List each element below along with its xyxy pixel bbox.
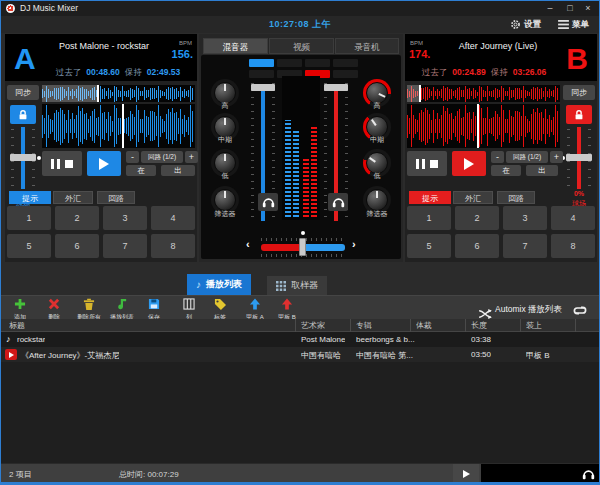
- deck-a-time-display: 过去了 00:48.60 保持 02:49.53: [41, 67, 195, 79]
- fader-handle[interactable]: [251, 84, 275, 91]
- deck-a-tab-fx[interactable]: 外汇: [53, 191, 93, 204]
- minimize-button[interactable]: –: [541, 1, 559, 16]
- automix-button[interactable]: Automix 播放列表: [495, 304, 562, 316]
- close-button[interactable]: ×: [579, 1, 597, 16]
- tab-sampler[interactable]: 取样器: [267, 276, 327, 295]
- col-artist[interactable]: 艺术家: [301, 320, 325, 331]
- deck-a-loop-size[interactable]: 回路 (1/2): [141, 151, 183, 163]
- tab-recorder[interactable]: 录音机: [335, 38, 399, 54]
- tag-icon: [214, 298, 226, 310]
- pad-6[interactable]: 6: [455, 234, 499, 258]
- col-deck[interactable]: 装上: [526, 320, 542, 331]
- deck-b-letter: B: [566, 42, 588, 76]
- menu-button[interactable]: 菜单: [558, 18, 589, 31]
- pad-4[interactable]: 4: [551, 206, 595, 230]
- col-title[interactable]: 标题: [9, 320, 25, 331]
- pad-3[interactable]: 3: [503, 206, 547, 230]
- crossfader-left-arrow[interactable]: ‹: [246, 238, 250, 250]
- deck-b-tab-fx[interactable]: 外汇: [453, 191, 493, 204]
- deck-b-loop-size[interactable]: 回路 (1/2): [506, 151, 548, 163]
- deck-b-play-button[interactable]: [452, 151, 486, 176]
- pad-5[interactable]: 5: [407, 234, 451, 258]
- deck-a-header: A Post Malone - rockstar BPM 156. 过去了 00…: [5, 34, 197, 81]
- pad-3[interactable]: 3: [103, 206, 147, 230]
- deck-a-keylock-button[interactable]: [10, 105, 36, 124]
- deck-b-tab-loop[interactable]: 回路: [497, 191, 535, 204]
- deck-b-pause-stop-button[interactable]: [407, 151, 447, 176]
- pad-4[interactable]: 4: [151, 206, 195, 230]
- deck-a-loop-half-button[interactable]: -: [126, 151, 139, 163]
- preview-play-button[interactable]: [453, 464, 479, 483]
- music-note-icon: [116, 298, 128, 310]
- elapsed-value: 00:48.60: [86, 67, 120, 79]
- deck-a-overview-waveform[interactable]: [42, 85, 195, 102]
- deck-b-loop-half-button[interactable]: -: [491, 151, 504, 163]
- deck-b-headphone-cue-button[interactable]: [328, 193, 348, 211]
- app-logo-icon: [6, 4, 15, 13]
- table-row[interactable]: 《After Journey》-艾福杰尼 中国有嘻哈 中国有嘻哈 第... 03…: [1, 347, 599, 362]
- settings-button[interactable]: 设置: [510, 18, 541, 31]
- deck-a-tab-cue[interactable]: 提示: [9, 191, 51, 204]
- deck-a-main-waveform[interactable]: [42, 104, 195, 148]
- crossfader-handle[interactable]: [299, 238, 306, 256]
- deck-b-loop-out-button[interactable]: 出: [526, 165, 558, 176]
- pad-6[interactable]: 6: [55, 234, 99, 258]
- deck-a-pitch-slider[interactable]: [7, 127, 39, 189]
- deck-b-pitch-slider[interactable]: [563, 127, 595, 189]
- hamburger-icon: [558, 20, 569, 29]
- tab-playlist[interactable]: ♪ 播放列表: [187, 274, 251, 295]
- deck-b-main-waveform[interactable]: [407, 104, 560, 148]
- gear-icon: [510, 19, 521, 30]
- pad-5[interactable]: 5: [7, 234, 51, 258]
- pad-1[interactable]: 1: [407, 206, 451, 230]
- playlist-empty-area[interactable]: [1, 362, 599, 463]
- crossfader-right-arrow[interactable]: ›: [352, 238, 356, 250]
- deck-b-loop-in-button[interactable]: 在: [491, 165, 521, 176]
- pad-7[interactable]: 7: [103, 234, 147, 258]
- deck-a-pause-stop-button[interactable]: [42, 151, 82, 176]
- pitch-slider-handle[interactable]: [566, 154, 592, 161]
- repeat-icon: [573, 304, 587, 317]
- headphones-icon: [332, 196, 345, 208]
- playhead-marker: [122, 104, 124, 148]
- pitch-slider-handle[interactable]: [10, 154, 36, 161]
- col-genre[interactable]: 体裁: [416, 320, 432, 331]
- playhead-marker: [419, 85, 421, 102]
- playlist-header-row[interactable]: 标题 艺术家 专辑 体裁 长度 装上: [1, 319, 599, 332]
- col-album[interactable]: 专辑: [356, 320, 372, 331]
- tab-sampler-label: 取样器: [291, 279, 318, 292]
- tab-mixer[interactable]: 混音器: [203, 38, 268, 54]
- pad-2[interactable]: 2: [55, 206, 99, 230]
- pad-2[interactable]: 2: [455, 206, 499, 230]
- deck-b-tab-cue[interactable]: 提示: [409, 191, 451, 204]
- eq-mid-label: 中期: [203, 135, 247, 145]
- fader-handle[interactable]: [324, 84, 348, 91]
- deck-b-overview-waveform[interactable]: [407, 85, 560, 102]
- pad-8[interactable]: 8: [151, 234, 195, 258]
- tab-playlist-label: 播放列表: [206, 278, 242, 291]
- deck-b-pitch-percent: 0%: [561, 190, 597, 197]
- deck-a-play-button[interactable]: [87, 151, 121, 176]
- pad-7[interactable]: 7: [503, 234, 547, 258]
- row-title: rockstar: [17, 335, 45, 344]
- maximize-button[interactable]: □: [561, 1, 579, 16]
- deck-a-loop-out-button[interactable]: 出: [161, 165, 195, 176]
- pad-1[interactable]: 1: [7, 206, 51, 230]
- deck-a-sync-button[interactable]: 同步: [7, 85, 39, 100]
- deck-a-loop-double-button[interactable]: +: [185, 151, 198, 163]
- eq-low-label: 低: [355, 171, 399, 181]
- deck-a-loop-in-button[interactable]: 在: [126, 165, 156, 176]
- deck-a-track-title: Post Malone - rockstar: [43, 41, 165, 51]
- deck-a-headphone-cue-button[interactable]: [258, 193, 278, 211]
- deck-a: A Post Malone - rockstar BPM 156. 过去了 00…: [5, 34, 197, 262]
- headphones-icon: [262, 196, 275, 208]
- pad-8[interactable]: 8: [551, 234, 595, 258]
- deck-b-keylock-button[interactable]: [566, 105, 592, 124]
- deck-a-tab-loop[interactable]: 回路: [97, 191, 135, 204]
- col-length[interactable]: 长度: [471, 320, 487, 331]
- deck-b-sync-button[interactable]: 同步: [563, 85, 595, 100]
- table-row[interactable]: ♪ rockstar Post Malone beerbongs & b... …: [1, 332, 599, 347]
- tab-video[interactable]: 视频: [269, 38, 334, 54]
- total-time: 总时间: 00:07:29: [119, 469, 179, 480]
- deck-b-loop-double-button[interactable]: +: [550, 151, 563, 163]
